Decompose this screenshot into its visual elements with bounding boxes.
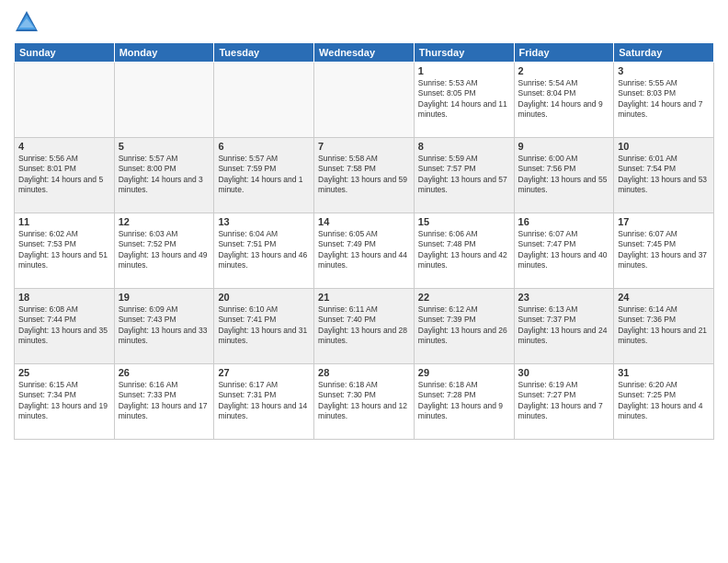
calendar-cell-13: 13Sunrise: 6:04 AMSunset: 7:51 PMDayligh… [214,213,314,289]
logo [14,9,43,35]
day-number-9: 9 [518,141,610,152]
calendar-cell-14: 14Sunrise: 6:05 AMSunset: 7:49 PMDayligh… [314,213,415,289]
day-info-15: Sunrise: 6:06 AMSunset: 7:48 PMDaylight:… [418,229,510,271]
calendar-cell-27: 27Sunrise: 6:17 AMSunset: 7:31 PMDayligh… [214,364,314,440]
calendar-cell-28: 28Sunrise: 6:18 AMSunset: 7:30 PMDayligh… [314,364,415,440]
calendar-cell-24: 24Sunrise: 6:14 AMSunset: 7:36 PMDayligh… [614,289,714,364]
day-number-4: 4 [18,141,110,152]
day-info-22: Sunrise: 6:12 AMSunset: 7:39 PMDaylight:… [418,304,510,347]
day-number-13: 13 [218,216,310,227]
calendar-cell-29: 29Sunrise: 6:18 AMSunset: 7:28 PMDayligh… [414,364,514,440]
weekday-header-monday: Monday [114,43,214,63]
weekday-header-wednesday: Wednesday [314,43,415,63]
calendar-cell-empty-1 [114,63,214,138]
day-info-16: Sunrise: 6:07 AMSunset: 7:47 PMDaylight:… [518,229,610,271]
calendar-cell-22: 22Sunrise: 6:12 AMSunset: 7:39 PMDayligh… [414,289,514,364]
calendar-cell-5: 5Sunrise: 5:57 AMSunset: 8:00 PMDaylight… [114,138,214,213]
calendar-cell-6: 6Sunrise: 5:57 AMSunset: 7:59 PMDaylight… [214,138,314,213]
calendar-cell-26: 26Sunrise: 6:16 AMSunset: 7:33 PMDayligh… [114,364,214,440]
day-info-13: Sunrise: 6:04 AMSunset: 7:51 PMDaylight:… [218,229,310,271]
day-info-12: Sunrise: 6:03 AMSunset: 7:52 PMDaylight:… [119,229,210,271]
weekday-header-sunday: Sunday [15,43,115,63]
calendar-cell-17: 17Sunrise: 6:07 AMSunset: 7:45 PMDayligh… [614,213,714,289]
day-info-27: Sunrise: 6:17 AMSunset: 7:31 PMDaylight:… [218,380,310,422]
day-number-8: 8 [418,141,510,152]
calendar-cell-21: 21Sunrise: 6:11 AMSunset: 7:40 PMDayligh… [314,289,415,364]
calendar-cell-19: 19Sunrise: 6:09 AMSunset: 7:43 PMDayligh… [114,289,214,364]
day-number-18: 18 [18,292,110,303]
day-info-24: Sunrise: 6:14 AMSunset: 7:36 PMDaylight:… [618,304,710,347]
day-number-17: 17 [618,216,710,227]
calendar-cell-31: 31Sunrise: 6:20 AMSunset: 7:25 PMDayligh… [614,364,714,440]
day-number-16: 16 [518,216,610,227]
calendar-cell-30: 30Sunrise: 6:19 AMSunset: 7:27 PMDayligh… [514,364,614,440]
day-number-31: 31 [618,367,710,378]
calendar-cell-2: 2Sunrise: 5:54 AMSunset: 8:04 PMDaylight… [514,63,614,138]
calendar-cell-3: 3Sunrise: 5:55 AMSunset: 8:03 PMDaylight… [614,63,714,138]
calendar-cell-10: 10Sunrise: 6:01 AMSunset: 7:54 PMDayligh… [614,138,714,213]
calendar-week-row-5: 25Sunrise: 6:15 AMSunset: 7:34 PMDayligh… [15,364,714,440]
calendar-cell-18: 18Sunrise: 6:08 AMSunset: 7:44 PMDayligh… [15,289,115,364]
day-info-10: Sunrise: 6:01 AMSunset: 7:54 PMDaylight:… [618,154,710,196]
day-number-6: 6 [218,141,310,152]
day-info-17: Sunrise: 6:07 AMSunset: 7:45 PMDaylight:… [618,229,710,271]
day-number-29: 29 [418,367,510,378]
page: SundayMondayTuesdayWednesdayThursdayFrid… [0,0,728,563]
day-info-11: Sunrise: 6:02 AMSunset: 7:53 PMDaylight:… [18,229,110,271]
day-number-11: 11 [18,216,110,227]
weekday-header-friday: Friday [514,43,614,63]
day-info-18: Sunrise: 6:08 AMSunset: 7:44 PMDaylight:… [18,304,110,347]
calendar-cell-23: 23Sunrise: 6:13 AMSunset: 7:37 PMDayligh… [514,289,614,364]
calendar-cell-20: 20Sunrise: 6:10 AMSunset: 7:41 PMDayligh… [214,289,314,364]
calendar-cell-16: 16Sunrise: 6:07 AMSunset: 7:47 PMDayligh… [514,213,614,289]
calendar-cell-9: 9Sunrise: 6:00 AMSunset: 7:56 PMDaylight… [514,138,614,213]
calendar-week-row-4: 18Sunrise: 6:08 AMSunset: 7:44 PMDayligh… [15,289,714,364]
calendar-week-row-2: 4Sunrise: 5:56 AMSunset: 8:01 PMDaylight… [15,138,714,213]
day-number-30: 30 [518,367,610,378]
day-number-3: 3 [618,65,710,76]
day-number-28: 28 [318,367,410,378]
weekday-header-row: SundayMondayTuesdayWednesdayThursdayFrid… [15,43,714,63]
calendar-cell-25: 25Sunrise: 6:15 AMSunset: 7:34 PMDayligh… [15,364,115,440]
day-number-14: 14 [318,216,410,227]
day-info-31: Sunrise: 6:20 AMSunset: 7:25 PMDaylight:… [618,380,710,422]
day-info-30: Sunrise: 6:19 AMSunset: 7:27 PMDaylight:… [518,380,610,422]
logo-icon [14,9,40,35]
day-number-5: 5 [119,141,210,152]
day-number-21: 21 [318,292,410,303]
calendar-cell-4: 4Sunrise: 5:56 AMSunset: 8:01 PMDaylight… [15,138,115,213]
day-number-25: 25 [18,367,110,378]
day-info-6: Sunrise: 5:57 AMSunset: 7:59 PMDaylight:… [218,154,310,196]
day-number-27: 27 [218,367,310,378]
calendar-cell-1: 1Sunrise: 5:53 AMSunset: 8:05 PMDaylight… [414,63,514,138]
weekday-header-thursday: Thursday [414,43,514,63]
day-number-12: 12 [119,216,210,227]
header [14,9,714,35]
calendar-cell-15: 15Sunrise: 6:06 AMSunset: 7:48 PMDayligh… [414,213,514,289]
weekday-header-saturday: Saturday [614,43,714,63]
day-info-2: Sunrise: 5:54 AMSunset: 8:04 PMDaylight:… [518,78,610,121]
day-info-26: Sunrise: 6:16 AMSunset: 7:33 PMDaylight:… [119,380,210,422]
day-number-15: 15 [418,216,510,227]
day-info-4: Sunrise: 5:56 AMSunset: 8:01 PMDaylight:… [18,154,110,196]
calendar-cell-12: 12Sunrise: 6:03 AMSunset: 7:52 PMDayligh… [114,213,214,289]
day-info-19: Sunrise: 6:09 AMSunset: 7:43 PMDaylight:… [119,304,210,347]
day-info-28: Sunrise: 6:18 AMSunset: 7:30 PMDaylight:… [318,380,410,422]
day-info-5: Sunrise: 5:57 AMSunset: 8:00 PMDaylight:… [119,154,210,196]
calendar-cell-7: 7Sunrise: 5:58 AMSunset: 7:58 PMDaylight… [314,138,415,213]
day-number-7: 7 [318,141,410,152]
day-info-21: Sunrise: 6:11 AMSunset: 7:40 PMDaylight:… [318,304,410,347]
day-number-24: 24 [618,292,710,303]
day-info-25: Sunrise: 6:15 AMSunset: 7:34 PMDaylight:… [18,380,110,422]
calendar-cell-empty-0 [15,63,115,138]
calendar-cell-empty-2 [214,63,314,138]
day-number-23: 23 [518,292,610,303]
day-number-1: 1 [418,65,510,76]
day-info-3: Sunrise: 5:55 AMSunset: 8:03 PMDaylight:… [618,78,710,121]
day-number-2: 2 [518,65,610,76]
day-info-8: Sunrise: 5:59 AMSunset: 7:57 PMDaylight:… [418,154,510,196]
day-info-29: Sunrise: 6:18 AMSunset: 7:28 PMDaylight:… [418,380,510,422]
weekday-header-tuesday: Tuesday [214,43,314,63]
calendar-table: SundayMondayTuesdayWednesdayThursdayFrid… [14,42,714,440]
calendar-cell-11: 11Sunrise: 6:02 AMSunset: 7:53 PMDayligh… [15,213,115,289]
